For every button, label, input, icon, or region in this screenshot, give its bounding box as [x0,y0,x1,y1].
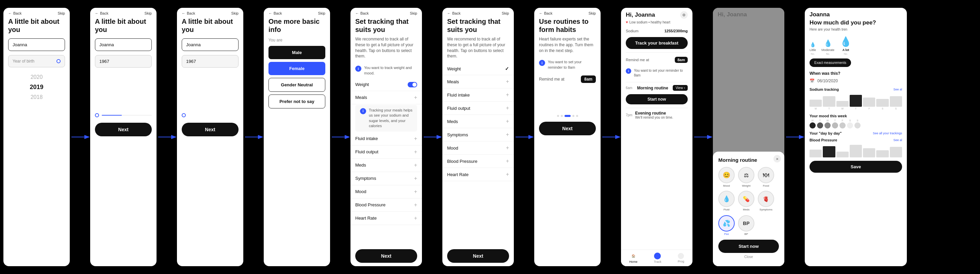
tracking-fluid-in-5[interactable]: Fluid intake + [350,132,422,146]
tracking-meals-5[interactable]: Meals + [350,91,422,105]
drop-little[interactable]: 💧 Little No- [810,42,816,55]
tracking-bp-5[interactable]: Blood Pressure + [350,198,422,212]
meals-plus[interactable]: + [414,95,417,101]
bp-plus-6[interactable]: + [506,158,509,164]
settings-icon[interactable]: ⚙ [680,11,688,19]
fluid-in-plus[interactable]: + [414,136,417,142]
year-2019-selected[interactable]: 2019 [30,82,43,92]
back-button-5[interactable]: ← Back [355,11,369,15]
tracking-mood-5[interactable]: Mood + [350,185,422,198]
grid-food[interactable]: 🍽 Food [758,167,774,187]
start-now-modal-btn[interactable]: Start now [718,240,779,253]
next-button-2[interactable]: Next [95,123,152,136]
view-button-8[interactable]: View › [673,85,688,91]
arrow-5 [422,130,442,144]
grid-mood[interactable]: 😊 Mood [718,167,735,187]
tracking-symptoms-5[interactable]: Symptoms + [350,172,422,185]
exact-measurements-btn[interactable]: Exact measurements [810,59,851,67]
back-button-2[interactable]: ← Back [95,11,108,15]
skip-button-2[interactable]: Skip [145,11,152,15]
save-btn-10[interactable]: Save [810,161,902,173]
skip-button-7[interactable]: Skip [589,11,596,15]
start-now-btn-8[interactable]: Start now [626,94,688,105]
tracking-hr-5[interactable]: Heart Rate + [350,212,422,225]
skip-button-1[interactable]: Skip [58,11,65,15]
bp-see-all[interactable]: See al [893,138,902,142]
remind-time-8[interactable]: 8am [675,57,688,63]
tracking-hr-6[interactable]: Heart Rate + [442,168,514,181]
tracking-symptoms-6[interactable]: Symptoms + [442,128,514,141]
back-button-6[interactable]: ← Back [447,11,460,15]
gender-female[interactable]: Female [269,62,325,75]
tracking-weight-6[interactable]: Weight ✓ [442,63,514,75]
tracking-fluid-out-6[interactable]: Fluid output + [442,101,514,115]
grid-bp[interactable]: BP BP [738,215,754,236]
back-button-1[interactable]: ← Back [8,11,21,15]
track-breakfast-btn[interactable]: Track your breakfast [626,37,688,49]
next-button-5[interactable]: Next [355,249,417,263]
year-input-2[interactable] [95,55,152,68]
next-button-3[interactable]: Next [182,123,239,136]
tracking-meals-6[interactable]: Meals + [442,75,514,89]
sodium-see-all[interactable]: See al [893,88,902,91]
symptoms-plus[interactable]: + [414,176,417,182]
back-button-4[interactable]: ← Back [269,11,282,15]
bp-plus[interactable]: + [414,202,417,208]
drop-alot[interactable]: 💧 A lot No- [840,36,852,55]
next-button-7[interactable]: Next [539,122,596,135]
tracking-mood-6[interactable]: Mood + [442,141,514,155]
year-2018[interactable]: 2018 [30,93,43,101]
back-button-3[interactable]: ← Back [182,11,195,15]
day-see-all[interactable]: See all your trackings [873,131,902,135]
fluid-in-plus-6[interactable]: + [506,92,509,98]
skip-button-4[interactable]: Skip [318,11,325,15]
mood-plus-6[interactable]: + [506,145,509,151]
date-value[interactable]: 06/10/2020 [817,79,838,83]
name-input-3[interactable] [182,38,239,51]
skip-button-3[interactable]: Skip [231,11,239,15]
fluid-out-plus-6[interactable]: + [506,105,509,111]
name-input-2[interactable] [95,38,152,51]
remind-time-7[interactable]: 8am [581,76,596,83]
mood-plus[interactable]: + [414,188,417,195]
year-input-3[interactable] [182,55,239,68]
tracking-meds-5[interactable]: Meds + [350,159,422,172]
meds-plus-6[interactable]: + [506,118,509,124]
hr-plus[interactable]: + [414,215,417,221]
bar-s1 [810,100,822,107]
tracking-bp-6[interactable]: Blood Pressure + [442,155,514,168]
modal-close-btn[interactable]: × [773,155,781,163]
skip-button-6[interactable]: Skip [502,11,509,15]
name-input-1[interactable] [8,38,65,51]
health-text: Low sodium • healthy heart [630,21,670,24]
nav-progress[interactable]: Prog [678,253,684,263]
nav-track[interactable]: Track [654,253,661,263]
tracking-weight-5[interactable]: Weight [350,79,422,91]
grid-weight[interactable]: ⚖ Weight [738,167,754,187]
year-picker-1[interactable]: 2020 2019 2018 [3,69,70,105]
nav-home[interactable]: 🏠 Home [629,253,637,263]
gender-neutral[interactable]: Gender Neutral [269,78,325,92]
fluid-out-plus[interactable]: + [414,149,417,155]
tracking-fluid-out-5[interactable]: Fluid output + [350,146,422,159]
grid-meds[interactable]: 💊 Meds [738,191,754,211]
weight-check: ✓ [505,66,509,71]
tracking-meds-6[interactable]: Meds + [442,115,514,128]
gender-prefer-not[interactable]: Prefer not to say [269,95,325,108]
next-button-6[interactable]: Next [447,249,509,263]
grid-fluid[interactable]: 💧 Fluid [718,191,735,211]
drop-moderate[interactable]: 💧 Moderate No- [821,39,834,55]
modal-close-text[interactable]: Close [718,253,779,261]
weight-toggle[interactable] [408,82,417,87]
tracking-fluid-in-6[interactable]: Fluid intake + [442,89,514,101]
year-2020[interactable]: 2020 [30,73,43,82]
skip-button-5[interactable]: Skip [410,11,417,15]
back-button-7[interactable]: ← Back [539,11,552,15]
meds-plus[interactable]: + [414,162,417,168]
grid-pee[interactable]: 💦 Pee [718,215,735,236]
gender-male[interactable]: Male [269,46,325,59]
symptoms-plus-6[interactable]: + [506,131,509,138]
hr-plus-6[interactable]: + [506,171,509,177]
grid-symptoms[interactable]: 🫀 Symptoms [758,191,774,211]
meals-plus-6[interactable]: + [506,79,509,85]
